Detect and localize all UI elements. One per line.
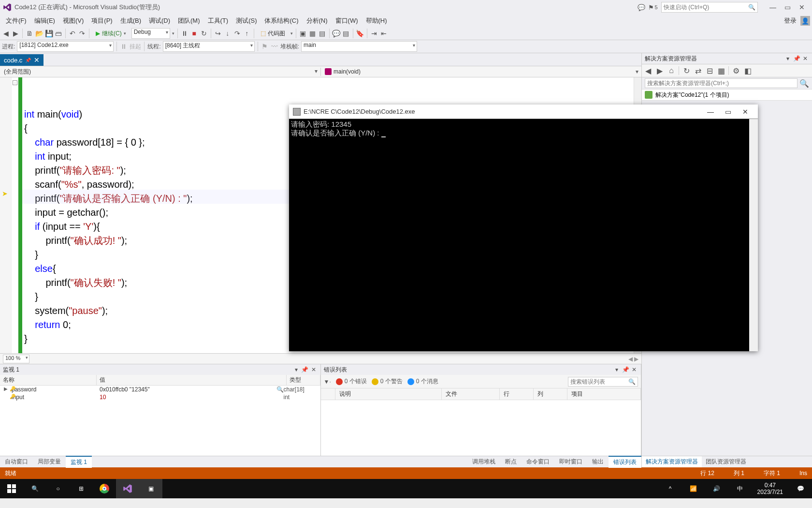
user-icon[interactable]: 👤 (800, 16, 810, 26)
col-proj[interactable]: 项目 (567, 388, 641, 400)
tab-watch[interactable]: 监视 1 (66, 456, 92, 468)
tray-up-icon[interactable]: ^ (659, 479, 682, 498)
notification-icon[interactable]: 💬 (789, 479, 812, 498)
close-button[interactable]: ✕ (795, 1, 809, 13)
editor-tab-code-c[interactable]: code.c 📌 ✕ (0, 54, 44, 66)
expand-icon[interactable]: ▶ (4, 386, 8, 391)
restart-icon[interactable]: ↻ (200, 30, 208, 37)
showall-icon[interactable]: ▦ (717, 66, 725, 75)
flag-filter-icon[interactable]: ⚑ (261, 43, 269, 50)
suspend-icon[interactable]: ⏸ (120, 43, 128, 50)
tab-errorlist[interactable]: 错误列表 (609, 456, 641, 468)
vs-taskbar-icon[interactable] (116, 479, 139, 498)
menu-file[interactable]: 文件(F) (2, 15, 30, 26)
console-close-button[interactable]: ✕ (737, 105, 754, 118)
maximize-button[interactable]: ▭ (780, 1, 795, 13)
tb-icon2[interactable]: ▦ (309, 30, 317, 37)
console-window[interactable]: E:\NCRE C\Code12\Debug\Code12.exe — ▭ ✕ … (289, 105, 758, 351)
panel-menu-icon[interactable]: ▾ (292, 366, 300, 374)
panel-menu-icon[interactable]: ▾ (784, 55, 792, 62)
step-out-icon[interactable]: ↑ (243, 30, 251, 37)
menu-test[interactable]: 测试(S) (232, 15, 261, 26)
codemap-button[interactable]: ⬚代码图 (257, 28, 289, 39)
col-type[interactable]: 类型 (287, 375, 320, 385)
info-filter[interactable]: 0 个消息 (407, 377, 438, 386)
panel-pin-icon[interactable]: 📌 (301, 366, 309, 374)
solution-root[interactable]: 解决方案"Code12"(1 个项目) (642, 89, 812, 101)
back-icon[interactable]: ◀ (2, 30, 10, 37)
tb-icon1[interactable]: ▣ (299, 30, 307, 37)
comment-icon[interactable]: 💬 (333, 30, 340, 37)
tb-icon3[interactable]: ▤ (319, 30, 326, 37)
cortana-icon[interactable]: ○ (46, 479, 70, 498)
refresh-icon[interactable]: ↻ (682, 66, 691, 75)
menu-debug[interactable]: 调试(D) (145, 15, 174, 26)
pin-icon[interactable]: 📌 (25, 58, 31, 63)
console-titlebar[interactable]: E:\NCRE C\Code12\Debug\Code12.exe — ▭ ✕ (289, 105, 758, 119)
minimize-button[interactable]: — (766, 1, 780, 13)
pause-icon[interactable]: ⏸ (181, 30, 188, 37)
menu-window[interactable]: 窗口(W) (332, 15, 362, 26)
chrome-icon[interactable] (93, 479, 116, 498)
process-dropdown[interactable]: [1812] Code12.exe (17, 41, 114, 52)
panel-menu-icon[interactable]: ▾ (613, 366, 621, 374)
console-taskbar-icon[interactable]: ▣ (139, 479, 162, 498)
zoom-dropdown[interactable]: 100 % (3, 355, 29, 363)
solution-search[interactable]: 🔍 (642, 77, 812, 89)
save-all-icon[interactable]: 🗃 (55, 30, 62, 37)
open-icon[interactable]: 📂 (35, 30, 43, 37)
fold-toggle-icon[interactable]: - (13, 80, 17, 85)
tab-auto[interactable]: 自动窗口 (0, 456, 33, 467)
col-line[interactable]: 行 (500, 388, 534, 400)
tab-callstack[interactable]: 调用堆栈 (467, 456, 500, 467)
console-min-button[interactable]: — (702, 105, 719, 118)
quick-launch-input[interactable]: 🔍 (661, 2, 758, 13)
panel-pin-icon[interactable]: 📌 (622, 366, 629, 374)
wifi-icon[interactable]: 📶 (682, 479, 705, 498)
tab-output[interactable]: 输出 (587, 456, 609, 467)
refresh-icon[interactable]: 🔍 (276, 386, 284, 393)
save-icon[interactable]: 💾 (45, 30, 53, 37)
indent-icon[interactable]: ⇥ (370, 30, 378, 37)
menu-view[interactable]: 视图(V) (59, 15, 87, 26)
h-scroll-icon[interactable]: ◀ ▶ (628, 356, 638, 362)
start-button[interactable] (0, 479, 23, 498)
error-search-input[interactable]: 🔍 (568, 377, 638, 387)
console-scrollbar[interactable] (749, 119, 758, 351)
tab-immediate[interactable]: 即时窗口 (554, 456, 587, 467)
watch-row[interactable]: ▶🔑password 0x010ffcb0 "12345"🔍 char[18] (0, 386, 320, 393)
tab-breakpoints[interactable]: 断点 (500, 456, 522, 467)
tab-team[interactable]: 团队资源管理器 (702, 456, 750, 467)
login-link[interactable]: 登录 (780, 15, 800, 26)
taskview-icon[interactable]: ⊞ (70, 479, 93, 498)
forward-icon[interactable]: ▶ (12, 30, 19, 37)
gutter[interactable]: ➤ (0, 77, 12, 353)
uncomment-icon[interactable]: ▤ (342, 30, 350, 37)
tab-locals[interactable]: 局部变量 (33, 456, 66, 467)
feedback-icon[interactable]: 💬 (638, 4, 645, 11)
show-next-icon[interactable]: ↪ (214, 30, 222, 37)
step-over-icon[interactable]: ↷ (233, 30, 241, 37)
tab-solution[interactable]: 解决方案资源管理器 (642, 456, 702, 467)
col-value[interactable]: 值 (97, 375, 287, 385)
step-into-icon[interactable]: ↓ (224, 30, 232, 37)
menu-team[interactable]: 团队(M) (174, 15, 204, 26)
col-desc[interactable]: 说明 (335, 388, 442, 400)
menu-edit[interactable]: 编辑(E) (30, 15, 59, 26)
outdent-icon[interactable]: ⇤ (380, 30, 388, 37)
scope-dropdown[interactable]: (全局范围) (0, 68, 321, 76)
warnings-filter[interactable]: 0 个警告 (372, 377, 403, 386)
home-icon[interactable]: ⌂ (667, 66, 676, 75)
panel-close-icon[interactable]: ✕ (630, 366, 638, 374)
sync-icon[interactable]: ⇄ (694, 66, 702, 75)
flag-icon[interactable]: ⚑5 (650, 4, 656, 11)
undo-icon[interactable]: ↶ (69, 30, 76, 37)
back-icon[interactable]: ◀ (644, 66, 652, 75)
properties-icon[interactable]: ⚙ (732, 66, 740, 75)
console-body[interactable]: 请输入密码: 12345 请确认是否输入正确 (Y/N) : (289, 119, 758, 351)
continue-button[interactable]: ▶继续(C)▾ (92, 28, 130, 39)
redo-icon[interactable]: ↷ (78, 30, 86, 37)
frame-dropdown[interactable]: main (301, 41, 417, 52)
bookmark-icon[interactable]: 🔖 (356, 30, 364, 37)
volume-icon[interactable]: 🔊 (705, 479, 728, 498)
